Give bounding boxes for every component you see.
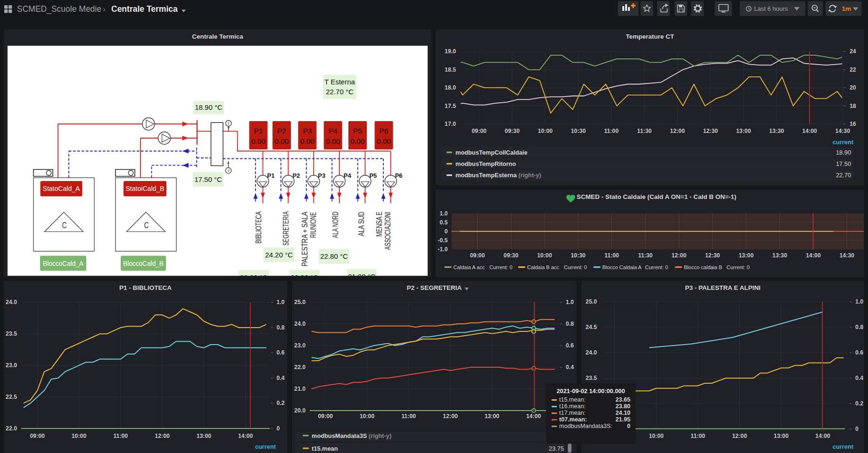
svg-text:12:00: 12:00 xyxy=(443,413,458,420)
svg-text:Centrale Termica: Centrale Termica xyxy=(111,4,178,14)
svg-text:14:00: 14:00 xyxy=(238,433,253,439)
svg-text:Blocco caldaia B: Blocco caldaia B xyxy=(684,264,722,270)
svg-text:14:30: 14:30 xyxy=(839,252,854,259)
svg-text:25.0: 25.0 xyxy=(294,299,306,305)
svg-text:25.0: 25.0 xyxy=(586,298,597,305)
svg-text:1.0: 1.0 xyxy=(855,298,863,305)
svg-text:11:00: 11:00 xyxy=(113,433,128,439)
svg-text:Current: 0: Current: 0 xyxy=(727,264,750,270)
svg-text:24.20 °C: 24.20 °C xyxy=(265,251,293,259)
svg-text:0.6: 0.6 xyxy=(277,349,285,356)
svg-text:12:30: 12:30 xyxy=(705,252,720,259)
svg-text:ALA SUD: ALA SUD xyxy=(356,212,366,236)
svg-text:09:30: 09:30 xyxy=(504,252,519,259)
svg-text:0: 0 xyxy=(445,228,448,235)
svg-text:StatoiCald_B: StatoiCald_B xyxy=(126,184,165,192)
svg-text:0.00: 0.00 xyxy=(326,137,340,145)
svg-text:12:00: 12:00 xyxy=(155,433,170,439)
svg-text:StatoCald_A: StatoCald_A xyxy=(43,184,80,192)
svg-text:ASSOCIAZIONI: ASSOCIAZIONI xyxy=(383,212,392,250)
svg-text:SCMED - Stato Caldaie (Cald A: SCMED - Stato Caldaie (Cald A ON=1 - Cal… xyxy=(577,193,736,200)
svg-text:16: 16 xyxy=(850,121,856,127)
svg-text:10:00: 10:00 xyxy=(360,413,375,420)
svg-text:modbusTempCollCaldaie: modbusTempCollCaldaie xyxy=(455,149,528,156)
svg-text:09:00: 09:00 xyxy=(470,252,485,259)
svg-text:10:00: 10:00 xyxy=(537,252,552,259)
svg-text:14:30: 14:30 xyxy=(835,128,851,134)
svg-text:11:00: 11:00 xyxy=(691,433,705,439)
svg-text:14:00: 14:00 xyxy=(526,413,541,420)
svg-text:22.80 °C: 22.80 °C xyxy=(320,252,348,260)
svg-text:18.90: 18.90 xyxy=(836,149,851,156)
svg-text:P3 - PALESTRA E ALPINI: P3 - PALESTRA E ALPINI xyxy=(685,284,761,291)
svg-text:0: 0 xyxy=(855,426,859,432)
svg-text:modbusTempRitorno: modbusTempRitorno xyxy=(455,160,516,167)
svg-text:22: 22 xyxy=(850,66,856,73)
svg-text:24.0: 24.0 xyxy=(294,321,306,327)
svg-text:0.00: 0.00 xyxy=(274,137,289,145)
svg-text:18.90 °C: 18.90 °C xyxy=(195,103,223,111)
svg-text:20.0: 20.0 xyxy=(294,407,306,414)
svg-text:09:30: 09:30 xyxy=(505,128,520,134)
svg-text:BIBLIOTECA: BIBLIOTECA xyxy=(254,211,263,243)
svg-text:Caldaia B acc: Caldaia B acc xyxy=(527,264,559,270)
svg-text:Caldaia A acc: Caldaia A acc xyxy=(454,264,485,270)
svg-text:T: T xyxy=(227,122,230,126)
svg-text:13:00: 13:00 xyxy=(774,433,789,439)
svg-text:10:30: 10:30 xyxy=(570,252,586,259)
svg-text:17.0: 17.0 xyxy=(445,121,456,127)
svg-text:13:00: 13:00 xyxy=(739,252,754,259)
svg-text:P3: P3 xyxy=(318,172,325,179)
svg-text:0.8: 0.8 xyxy=(566,321,574,327)
svg-text:11:00: 11:00 xyxy=(604,252,619,259)
svg-text:10:00: 10:00 xyxy=(538,128,553,134)
svg-text:1.0: 1.0 xyxy=(566,299,574,305)
svg-text:09:00: 09:00 xyxy=(318,413,333,420)
svg-text:0.4: 0.4 xyxy=(855,375,863,381)
svg-text:24.0: 24.0 xyxy=(586,349,597,356)
svg-text:12:00: 12:00 xyxy=(671,252,686,259)
svg-text:0.00: 0.00 xyxy=(350,137,365,145)
svg-text:14:00: 14:00 xyxy=(806,252,821,259)
svg-text:P1: P1 xyxy=(254,127,263,135)
svg-text:0.2: 0.2 xyxy=(855,400,863,407)
svg-text:22.5: 22.5 xyxy=(6,394,17,400)
svg-text:P1 - BIBLIOTECA: P1 - BIBLIOTECA xyxy=(119,284,172,291)
svg-text:modbusTempEsterna (right-y): modbusTempEsterna (right-y) xyxy=(455,172,541,179)
svg-text:0.2: 0.2 xyxy=(277,400,285,406)
svg-text:0.5: 0.5 xyxy=(439,219,447,226)
svg-text:modbusMandata3S (right-y): modbusMandata3S (right-y) xyxy=(312,432,391,439)
svg-text:-1.0: -1.0 xyxy=(438,246,447,253)
svg-text:0: 0 xyxy=(277,425,280,432)
svg-text:P6: P6 xyxy=(380,127,389,135)
svg-text:11:00: 11:00 xyxy=(604,128,619,134)
svg-text:T Esterna: T Esterna xyxy=(324,78,355,86)
svg-text:10:00: 10:00 xyxy=(649,433,664,439)
svg-text:P5: P5 xyxy=(353,127,362,135)
svg-text:C: C xyxy=(62,220,67,231)
svg-text:RIUNIONE: RIUNIONE xyxy=(308,212,318,238)
svg-text:18: 18 xyxy=(850,103,856,109)
svg-text:22.0: 22.0 xyxy=(294,364,306,371)
svg-text:P2 - SEGRETERIA: P2 - SEGRETERIA xyxy=(407,284,462,291)
svg-text:23.5: 23.5 xyxy=(586,375,597,381)
svg-text:12:00: 12:00 xyxy=(732,433,747,439)
svg-text:11:00: 11:00 xyxy=(401,413,416,420)
svg-text:11:30: 11:30 xyxy=(638,252,653,259)
svg-text:Centrale Termica: Centrale Termica xyxy=(192,33,243,40)
svg-text:22.70 °C: 22.70 °C xyxy=(326,88,354,96)
svg-text:Blocco Caldaia A: Blocco Caldaia A xyxy=(603,264,642,270)
svg-text:-0.5: -0.5 xyxy=(438,237,447,244)
svg-text:Current: 0: Current: 0 xyxy=(564,264,587,270)
svg-text:0.00: 0.00 xyxy=(251,137,266,145)
svg-text:P3: P3 xyxy=(303,127,312,135)
svg-text:23.0: 23.0 xyxy=(294,342,306,349)
svg-text:P5: P5 xyxy=(369,172,377,179)
svg-text:0.8: 0.8 xyxy=(277,324,285,331)
svg-text:18.0: 18.0 xyxy=(445,84,456,91)
svg-text:SEGRETERIA: SEGRETERIA xyxy=(281,211,291,246)
svg-text:Last 6 hours: Last 6 hours xyxy=(754,5,788,12)
svg-text:0.4: 0.4 xyxy=(277,375,285,381)
svg-text:0.00: 0.00 xyxy=(377,137,391,145)
svg-text:current: current xyxy=(255,443,276,450)
